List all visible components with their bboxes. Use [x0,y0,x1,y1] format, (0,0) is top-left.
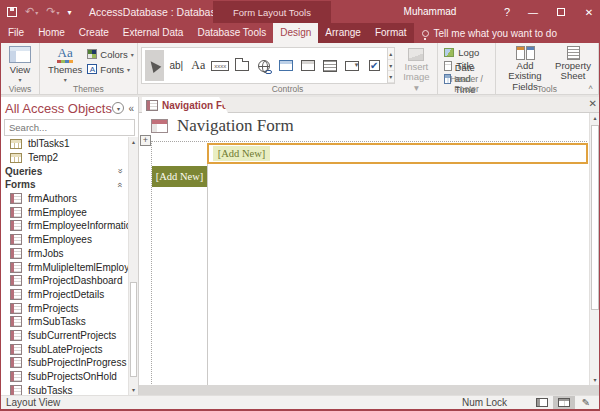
layout-view-button[interactable] [553,396,575,409]
sidebar-item-fsubTasks[interactable]: fsubTasks [1,383,128,395]
doc-scroll-thumb[interactable] [591,125,599,310]
sidebar-item-fsubCurrentProjects[interactable]: fsubCurrentProjects [1,329,128,343]
tab-external-data[interactable]: External Data [116,23,191,43]
add-new-tab-vertical[interactable]: [Add New] [152,166,207,187]
colors-button[interactable]: Colors▾ [87,48,133,60]
help-button[interactable]: ? [497,1,517,23]
form-icon [10,371,22,382]
group-tools: Add Existing Fields Property Sheet Tools [496,43,599,94]
label-control[interactable]: Aa [189,50,208,81]
view-button[interactable]: View ▾ [4,45,36,84]
sidebar-group-forms[interactable]: Forms« [1,178,128,192]
sidebar-group-queries[interactable]: Queries« [1,164,128,178]
select-pointer[interactable] [145,50,164,81]
form-icon [10,344,22,355]
sidebar-item-tblTasks1[interactable]: tblTasks1 [1,137,128,151]
check-box-control[interactable]: ✔ [365,50,384,81]
close-document-icon[interactable]: ✕ [589,98,597,109]
horizontal-navigation-band[interactable]: [Add New] [207,143,588,164]
shutter-bar-close-icon[interactable]: « [128,103,134,114]
tell-me-box[interactable]: Tell me what you want to do [414,23,565,43]
themes-button[interactable]: Aa Themes ▾ [43,45,87,84]
sidebar-item-fsubLateProjects[interactable]: fsubLateProjects [1,342,128,356]
sidebar-item-frmSubTasks[interactable]: frmSubTasks [1,315,128,329]
navigation-control[interactable] [299,50,318,81]
undo-button[interactable]: ↶▾ [25,0,38,24]
subform-control[interactable] [321,50,340,81]
sidebar-scroll-thumb[interactable] [130,282,137,377]
sidebar-item-frmProjects[interactable]: frmProjects [1,301,128,315]
collapse-ribbon-button[interactable]: ˄ [588,83,593,92]
sidebar-scrollbar[interactable]: ▴ ▾ [128,137,138,395]
form-header[interactable]: Navigation Form [139,113,589,139]
table-icon [10,153,22,163]
group-views: View ▾ Views [1,43,40,94]
sidebar-list: tblTasks1Temp2Queries«Forms«frmAuthorsfr… [1,137,128,395]
sidebar-item-fsubProjectInProgress[interactable]: fsubProjectInProgress [1,356,128,370]
tab-design[interactable]: Design [273,23,318,43]
sidebar-item-frmMulipleItemlEmployee[interactable]: frmMulipleItemlEmployee [1,260,128,274]
document-tab-navigation-form[interactable]: Navigation Form [142,97,228,113]
label-icon: Aa [191,58,205,73]
ribbon-tab-row: FileHomeCreateExternal DataDatabase Tool… [1,23,599,43]
form-icon [10,275,22,286]
nav-pane-menu-icon[interactable]: ▾ [112,102,124,114]
property-sheet-button[interactable]: Property Sheet [551,45,595,83]
quick-access-toolbar: ↶▾ ↷▾ ▾ [7,1,70,23]
add-new-tab-horizontal[interactable]: [Add New] [213,146,270,161]
sidebar-item-fsubProjectsOnHold[interactable]: fsubProjectsOnHold [1,370,128,384]
sidebar-item-frmProjectDetails[interactable]: frmProjectDetails [1,288,128,302]
logo-button[interactable]: Logo [441,47,492,58]
tab-database-tools[interactable]: Database Tools [190,23,273,43]
search-input[interactable] [9,122,141,133]
form-icon [10,234,22,245]
themes-icon: Aa [58,46,73,59]
tab-arrange[interactable]: Arrange [318,23,368,43]
gallery-scroll-up[interactable]: ▴ [388,48,394,60]
document-vertical-scrollbar[interactable]: ▴ ▾ [589,113,600,386]
themes-color-strip-icon [57,60,73,63]
gallery-scroll-down[interactable]: ▾ [388,60,394,72]
customize-qat-button[interactable]: ▾ [67,8,70,17]
tab-file[interactable]: File [1,23,31,43]
sidebar-item-Temp2[interactable]: Temp2 [1,151,128,165]
sidebar-item-frmProjectDashboard[interactable]: frmProjectDashboard [1,274,128,288]
sidebar-item-frmEmployee[interactable]: frmEmployee [1,205,128,219]
scroll-down-icon[interactable]: ▾ [129,385,138,395]
document-horizontal-scrollbar[interactable] [139,385,600,395]
sidebar-item-frmAuthors[interactable]: frmAuthors [1,192,128,206]
tab-control-icon [235,61,249,71]
search-box[interactable] [4,119,135,136]
title-icon [444,61,452,71]
web-browser-control[interactable] [277,50,296,81]
gallery-more-button[interactable]: ▾ [388,71,394,83]
sidebar-item-frmEmployees[interactable]: frmEmployees [1,233,128,247]
hyperlink-control[interactable] [255,50,274,81]
group-label-views: Views [1,84,39,94]
sidebar-item-frmJobs[interactable]: frmJobs [1,247,128,261]
close-button[interactable]: ✕ [577,1,600,23]
button-control[interactable]: xxxx [211,50,230,81]
minimize-button[interactable]: — [521,1,545,23]
tab-control[interactable] [233,50,252,81]
scroll-up-icon[interactable]: ▴ [129,137,138,147]
design-view-button[interactable]: ✎ [575,396,597,409]
fonts-button[interactable]: A Fonts▾ [87,63,133,75]
layout-move-handle[interactable]: + [140,135,151,146]
tab-create[interactable]: Create [72,23,116,43]
navigation-control-icon [301,60,315,71]
document-area: Navigation Form ✕ Navigation Form + [Add… [139,97,600,395]
redo-button[interactable]: ↷▾ [46,0,59,24]
combo-box-control[interactable] [343,50,362,81]
navigation-pane-title[interactable]: All Access Objects [5,101,112,116]
save-icon[interactable] [7,7,17,17]
text-box-control[interactable]: ab| [167,50,186,81]
maximize-button[interactable] [549,1,573,23]
sidebar-item-frmEmployeeInformation[interactable]: frmEmployeeInformation [1,219,128,233]
tab-home[interactable]: Home [31,23,72,43]
form-view-button[interactable] [531,396,553,409]
form-icon [146,100,158,111]
tab-format[interactable]: Format [368,23,414,43]
doc-scroll-up-icon[interactable]: ▴ [590,113,600,124]
form-view-icon [536,398,548,407]
